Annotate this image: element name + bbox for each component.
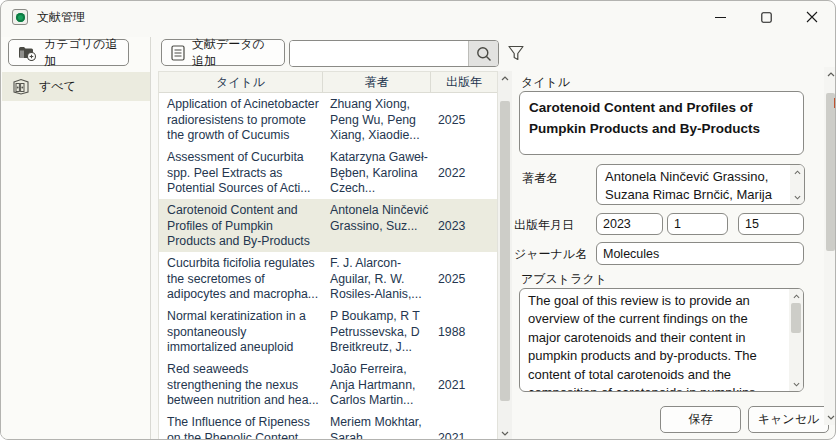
column-header-year[interactable]: 出版年 [431, 72, 497, 92]
column-header-title[interactable]: タイトル [159, 72, 323, 92]
cell-authors: João Ferreira, Anja Hartmann, Carlos Mar… [323, 358, 431, 411]
cell-authors: Meriem Mokhtar, Sarah... [323, 411, 431, 440]
search-group [289, 40, 499, 67]
panel-scroll-up-button[interactable] [824, 67, 836, 82]
table-row[interactable]: Cucurbita ficifolia regulates the secret… [159, 252, 497, 305]
abstract-scrollbar[interactable] [789, 289, 803, 391]
column-header-authors[interactable]: 著者 [323, 72, 431, 92]
cell-authors: Zhuang Xiong, Peng Wu, Peng Xiang, Xiaod… [323, 93, 431, 146]
filter-icon[interactable] [506, 43, 526, 63]
cell-authors: F. J. Alarcon-Aguilar, R. W. Rosiles-Ala… [323, 252, 431, 305]
cell-title: Cucurbita ficifolia regulates the secret… [159, 252, 323, 305]
cell-title: The Influence of Ripeness on the Phenoli… [159, 411, 323, 440]
title-field[interactable]: Carotenoid Content and Profiles of Pumpk… [519, 91, 804, 155]
abstract-label: アブストラクト [521, 271, 607, 288]
save-button[interactable]: 保存 [660, 406, 741, 433]
cell-title: Assessment of Cucurbita spp. Peel Extrac… [159, 146, 323, 199]
title-label: タイトル [521, 74, 570, 91]
table-row[interactable]: Application of Acinetobacter radioresist… [159, 93, 497, 146]
window-title: 文献管理 [37, 9, 85, 26]
sidebar: すべて [1, 37, 151, 440]
books-icon [12, 78, 30, 95]
add-reference-button[interactable]: 文献データの追加 [161, 39, 285, 66]
scroll-up-button[interactable] [498, 71, 512, 86]
journal-label: ジャーナル名 [514, 246, 587, 263]
search-button[interactable] [468, 41, 498, 66]
month-input[interactable] [667, 213, 728, 235]
add-category-button[interactable]: カテゴリの追加 [8, 39, 129, 66]
cell-year: 2021 [431, 411, 497, 440]
cell-title: Application of Acinetobacter radioresist… [159, 93, 323, 146]
cell-title: Normal keratinization in a spontaneously… [159, 305, 323, 358]
abstract-field[interactable]: The goal of this review is to provide an… [519, 288, 804, 392]
cell-title: Carotenoid Content and Profiles of Pumpk… [159, 199, 323, 252]
table-header: タイトル 著者 出版年 [159, 72, 497, 93]
table-row[interactable]: Assessment of Cucurbita spp. Peel Extrac… [159, 146, 497, 199]
minimize-button[interactable] [697, 1, 743, 33]
cell-year: 2023 [431, 199, 497, 252]
cell-year: 2025 [431, 93, 497, 146]
cancel-button[interactable]: キャンセル [748, 406, 829, 433]
add-reference-label: 文献データの追加 [192, 36, 275, 70]
search-input[interactable] [290, 41, 468, 66]
cell-authors: Antonela Ninčević Grassino, Suz... [323, 199, 431, 252]
folder-plus-icon [18, 45, 37, 61]
search-icon [476, 46, 492, 62]
day-input[interactable] [738, 213, 804, 235]
titlebar: 文献管理 [1, 1, 835, 33]
authors-field-scrollbar[interactable] [790, 165, 804, 204]
cell-authors: Katarzyna Gaweł-Bęben, Karolina Czech... [323, 146, 431, 199]
cell-year: 2022 [431, 146, 497, 199]
table-row[interactable]: Carotenoid Content and Profiles of Pumpk… [159, 199, 497, 252]
cell-year: 2021 [431, 358, 497, 411]
cell-year: 2025 [431, 252, 497, 305]
authors-field[interactable]: Antonela Ninčević Grassino, Suzana Rimac… [596, 164, 805, 205]
document-icon [171, 45, 185, 61]
cell-authors: P Boukamp, R T Petrussevska, D Breitkreu… [323, 305, 431, 358]
journal-input[interactable] [596, 242, 804, 265]
window: 文献管理 すべて [0, 0, 836, 440]
table-scrollbar[interactable] [498, 71, 512, 440]
scroll-down-button[interactable] [498, 426, 512, 440]
panel-scroll-down-button[interactable] [824, 410, 836, 425]
table-body: Application of Acinetobacter radioresist… [159, 93, 497, 440]
cell-year: 1988 [431, 305, 497, 358]
scroll-thumb[interactable] [500, 101, 510, 401]
add-category-label: カテゴリの追加 [44, 36, 119, 70]
table-row[interactable]: The Influence of Ripeness on the Phenoli… [159, 411, 497, 440]
cell-title: Red seaweeds strengthening the nexus bet… [159, 358, 323, 411]
sidebar-item-label: すべて [39, 78, 76, 95]
table-row[interactable]: Red seaweeds strengthening the nexus bet… [159, 358, 497, 411]
maximize-button[interactable] [743, 1, 789, 33]
sidebar-item-all[interactable]: すべて [2, 72, 150, 101]
year-input[interactable] [596, 213, 663, 235]
reference-table: タイトル 著者 出版年 Application of Acinetobacter… [158, 71, 498, 440]
date-label: 出版年月日 [514, 217, 574, 234]
panel-scrollbar[interactable] [824, 67, 836, 425]
authors-label: 著者名 [522, 170, 558, 187]
panel-scroll-thumb[interactable] [826, 93, 835, 251]
app-icon [12, 9, 28, 25]
close-button[interactable] [789, 1, 835, 33]
table-row[interactable]: Normal keratinization in a spontaneously… [159, 305, 497, 358]
